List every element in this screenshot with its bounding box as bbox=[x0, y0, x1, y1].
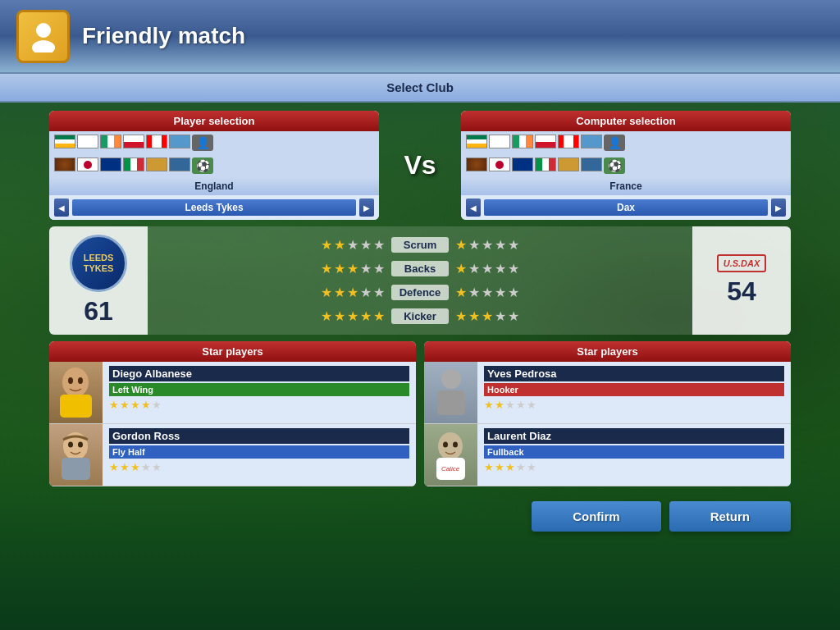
svg-text:Calice: Calice bbox=[441, 465, 460, 472]
stat-backs: ★ ★ ★ ★ ★ Backs ★ ★ ★ ★ ★ bbox=[148, 261, 692, 276]
flag-generic3-player[interactable] bbox=[169, 158, 190, 171]
flag-south-africa-player[interactable] bbox=[54, 135, 75, 148]
confirm-button[interactable]: Confirm bbox=[532, 501, 661, 532]
scrum-stars-right: ★ ★ ★ ★ ★ bbox=[455, 237, 519, 253]
flag-nz-player[interactable] bbox=[100, 158, 121, 171]
player-stars-laurent: ★ ★ ★ ★ ★ bbox=[484, 461, 784, 473]
computer-star-header: Star players bbox=[424, 341, 791, 362]
flag-south-africa-computer[interactable] bbox=[466, 135, 487, 148]
player-selection-panel: Player selection 👤 ⚽ bbox=[49, 111, 379, 220]
player-star-players-panel: Star players Diego Albanese Left Wing bbox=[49, 341, 416, 486]
player-photo-gordon bbox=[49, 424, 103, 486]
svg-rect-3 bbox=[60, 395, 92, 418]
player-club-selector: ◀ Leeds Tykes ▶ bbox=[49, 195, 379, 220]
header-icon bbox=[16, 10, 70, 63]
flag-wales-computer[interactable] bbox=[535, 135, 556, 148]
player-info-laurent: Laurent Diaz Fullback ★ ★ ★ ★ ★ bbox=[477, 424, 791, 486]
computer-selection-header: Computer selection bbox=[461, 111, 791, 131]
bottom-row: Star players Diego Albanese Left Wing bbox=[49, 341, 791, 486]
svg-rect-7 bbox=[62, 458, 90, 480]
player-stars-diego: ★ ★ ★ ★ ★ bbox=[109, 399, 409, 411]
vs-label: Vs bbox=[387, 150, 453, 180]
computer-club-dropdown[interactable]: Dax bbox=[484, 199, 768, 216]
flag-generic3-computer[interactable] bbox=[581, 158, 602, 171]
person-silhouette-computer[interactable]: 👤 bbox=[604, 135, 625, 151]
player-stars-gordon: ★ ★ ★ ★ ★ bbox=[109, 461, 409, 473]
main-content: Player selection 👤 ⚽ bbox=[0, 103, 840, 495]
player-face-gordon bbox=[53, 428, 98, 482]
player-name-laurent: Laurent Diaz bbox=[484, 428, 784, 444]
svg-point-0 bbox=[36, 23, 51, 38]
player-info-yves: Yves Pedrosa Hooker ★ ★ ★ ★ ★ bbox=[477, 362, 791, 423]
player-position-diego: Left Wing bbox=[109, 383, 409, 396]
player-name-diego: Diego Albanese bbox=[109, 366, 409, 381]
svg-point-12 bbox=[438, 432, 463, 460]
player-selection-header: Player selection bbox=[49, 111, 379, 131]
stat-kicker: ★ ★ ★ ★ ★ Kicker ★ ★ ★ ★ ★ bbox=[148, 308, 692, 324]
flag-ball-computer[interactable] bbox=[466, 158, 487, 171]
computer-team-badge: U.S.DAX 54 bbox=[692, 226, 791, 335]
player-team-badge: LEEDSTYKES 61 bbox=[49, 226, 148, 335]
flag-generic-computer[interactable] bbox=[581, 135, 602, 148]
computer-club-selector: ◀ Dax ▶ bbox=[461, 195, 791, 220]
stat-label-defence: Defence bbox=[391, 285, 449, 300]
computer-club-next-btn[interactable]: ▶ bbox=[771, 199, 786, 217]
flag-japan-player[interactable] bbox=[77, 158, 98, 171]
player-name-gordon: Gordon Ross bbox=[109, 428, 409, 444]
return-button[interactable]: Return bbox=[669, 501, 791, 532]
person-silhouette2-player[interactable]: ⚽ bbox=[192, 158, 213, 174]
flag-england-player[interactable] bbox=[77, 135, 98, 148]
svg-point-15 bbox=[443, 442, 448, 448]
flag-canada-player[interactable] bbox=[146, 135, 167, 148]
flag-generic2-player[interactable] bbox=[146, 158, 167, 171]
computer-team-score: 54 bbox=[727, 276, 756, 307]
player-stars-yves: ★ ★ ★ ★ ★ bbox=[484, 399, 784, 411]
stat-defence: ★ ★ ★ ★ ★ Defence ★ ★ ★ ★ ★ bbox=[148, 285, 692, 300]
flag-generic-player[interactable] bbox=[169, 135, 190, 148]
player-silhouette-yves bbox=[431, 366, 472, 419]
flag-generic2-computer[interactable] bbox=[558, 158, 579, 171]
player-club-prev-btn[interactable]: ◀ bbox=[54, 199, 69, 217]
player-flags-row1: 👤 bbox=[49, 131, 379, 154]
flag-ball-player[interactable] bbox=[54, 158, 75, 171]
flag-japan-computer[interactable] bbox=[489, 158, 510, 171]
flag-nz-computer[interactable] bbox=[512, 158, 533, 171]
flag-canada-computer[interactable] bbox=[558, 135, 579, 148]
player-card-diego: Diego Albanese Left Wing ★ ★ ★ ★ ★ bbox=[49, 362, 416, 424]
person-silhouette2-computer[interactable]: ⚽ bbox=[604, 158, 625, 174]
svg-rect-11 bbox=[437, 390, 465, 415]
defence-stars-left: ★ ★ ★ ★ ★ bbox=[321, 285, 385, 300]
svg-point-16 bbox=[453, 442, 458, 448]
person-icon bbox=[27, 20, 60, 52]
header: Friendly match bbox=[0, 0, 840, 74]
svg-point-1 bbox=[32, 40, 55, 52]
player-position-yves: Hooker bbox=[484, 383, 784, 396]
scrum-stars-left: ★ ★ ★ ★ ★ bbox=[321, 237, 385, 253]
player-club-dropdown[interactable]: Leeds Tykes bbox=[72, 199, 356, 216]
flag-ireland-player[interactable] bbox=[100, 135, 121, 148]
player-photo-diego bbox=[49, 362, 103, 423]
player-club-next-btn[interactable]: ▶ bbox=[359, 199, 374, 217]
backs-stars-right: ★ ★ ★ ★ ★ bbox=[455, 261, 519, 276]
flag-wales-player[interactable] bbox=[123, 135, 144, 148]
flag-ireland-computer[interactable] bbox=[512, 135, 533, 148]
player-star-header: Star players bbox=[49, 341, 416, 362]
player-photo-laurent: Calice bbox=[424, 424, 477, 486]
player-team-score: 61 bbox=[84, 296, 113, 326]
flag-italy-player[interactable] bbox=[123, 158, 144, 171]
computer-country-label: France bbox=[461, 177, 791, 195]
player-country-label: England bbox=[49, 177, 379, 195]
computer-club-prev-btn[interactable]: ◀ bbox=[466, 199, 481, 217]
flag-italy-computer[interactable] bbox=[535, 158, 556, 171]
svg-point-10 bbox=[441, 369, 461, 389]
player-name-yves: Yves Pedrosa bbox=[484, 366, 784, 381]
player-position-gordon: Fly Half bbox=[109, 445, 409, 459]
kicker-stars-right: ★ ★ ★ ★ ★ bbox=[455, 308, 519, 324]
svg-point-5 bbox=[78, 377, 83, 384]
header-title: Friendly match bbox=[82, 23, 245, 49]
player-card-yves: Yves Pedrosa Hooker ★ ★ ★ ★ ★ bbox=[424, 362, 791, 424]
player-info-diego: Diego Albanese Left Wing ★ ★ ★ ★ ★ bbox=[103, 362, 416, 423]
svg-point-4 bbox=[68, 377, 73, 384]
flag-england-computer[interactable] bbox=[489, 135, 510, 148]
person-silhouette-player[interactable]: 👤 bbox=[192, 135, 213, 151]
